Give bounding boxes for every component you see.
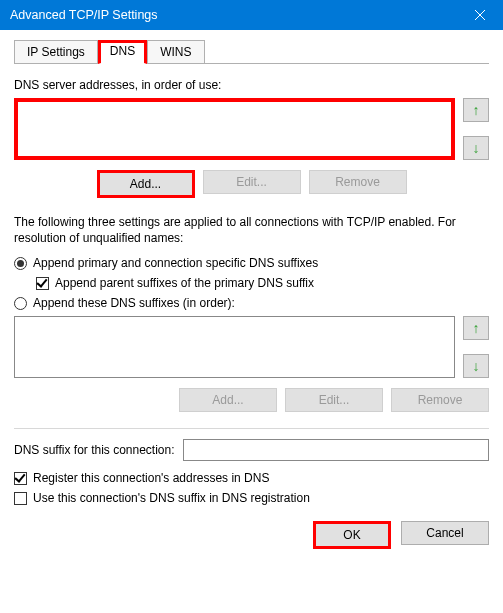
check-usesuffix-label: Use this connection's DNS suffix in DNS … [33,491,310,505]
add-server-button[interactable]: Add... [97,170,195,198]
dns-suffixes-buttons: Add... Edit... Remove [14,388,489,412]
tab-ip-settings[interactable]: IP Settings [14,40,98,64]
dns-suffix-label: DNS suffix for this connection: [14,443,175,457]
radio-primary-label: Append primary and connection specific D… [33,256,318,270]
add-suffix-button[interactable]: Add... [179,388,277,412]
dns-servers-reorder: ↑ ↓ [463,98,489,160]
check-parent-label: Append parent suffixes of the primary DN… [55,276,314,290]
radio-append[interactable] [14,297,27,310]
dialog-footer: OK Cancel [14,521,489,549]
close-button[interactable] [458,0,503,30]
check-usesuffix-row[interactable]: Use this connection's DNS suffix in DNS … [14,491,489,505]
move-up-button[interactable]: ↑ [463,98,489,122]
check-register-row[interactable]: Register this connection's addresses in … [14,471,489,485]
dns-note: The following three settings are applied… [14,214,489,246]
suffix-move-down-button[interactable]: ↓ [463,354,489,378]
remove-suffix-button[interactable]: Remove [391,388,489,412]
dns-servers-group: ↑ ↓ [14,98,489,160]
edit-server-button[interactable]: Edit... [203,170,301,194]
dns-servers-buttons: Add... Edit... Remove [14,170,489,198]
radio-primary[interactable] [14,257,27,270]
radio-primary-row[interactable]: Append primary and connection specific D… [14,256,489,270]
arrow-up-icon: ↑ [473,320,480,336]
check-register[interactable] [14,472,27,485]
suffix-move-up-button[interactable]: ↑ [463,316,489,340]
check-parent-row[interactable]: Append parent suffixes of the primary DN… [36,276,489,290]
arrow-up-icon: ↑ [473,102,480,118]
tab-strip: IP Settings DNS WINS [14,40,489,64]
arrow-down-icon: ↓ [473,140,480,156]
radio-append-row[interactable]: Append these DNS suffixes (in order): [14,296,489,310]
radio-append-label: Append these DNS suffixes (in order): [33,296,235,310]
dns-suffix-input[interactable] [183,439,489,461]
check-usesuffix[interactable] [14,492,27,505]
cancel-button[interactable]: Cancel [401,521,489,545]
dns-suffixes-reorder: ↑ ↓ [463,316,489,378]
move-down-button[interactable]: ↓ [463,136,489,160]
window-title: Advanced TCP/IP Settings [10,8,458,22]
ok-button[interactable]: OK [313,521,391,549]
titlebar: Advanced TCP/IP Settings [0,0,503,30]
dns-servers-label: DNS server addresses, in order of use: [14,78,489,92]
remove-server-button[interactable]: Remove [309,170,407,194]
check-parent[interactable] [36,277,49,290]
tab-dns[interactable]: DNS [98,40,147,64]
dialog-content: IP Settings DNS WINS DNS server addresse… [0,30,503,563]
tab-wins[interactable]: WINS [147,40,204,64]
dns-servers-list[interactable] [14,98,455,160]
dns-suffixes-group: ↑ ↓ [14,316,489,378]
dns-suffixes-list[interactable] [14,316,455,378]
divider [14,428,489,429]
check-register-label: Register this connection's addresses in … [33,471,269,485]
edit-suffix-button[interactable]: Edit... [285,388,383,412]
arrow-down-icon: ↓ [473,358,480,374]
close-icon [475,10,486,21]
dns-suffix-connection-row: DNS suffix for this connection: [14,439,489,461]
